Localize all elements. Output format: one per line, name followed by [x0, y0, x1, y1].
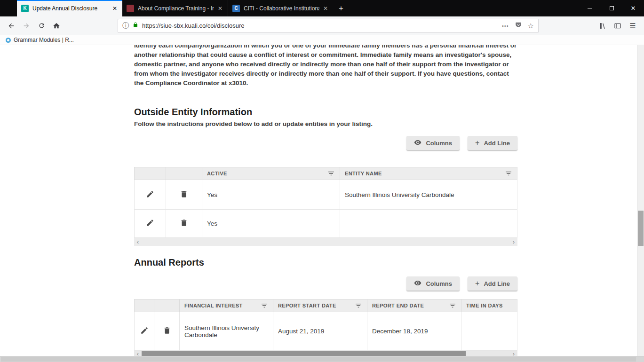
maximize-button[interactable] [601, 0, 622, 16]
filter-icon[interactable] [327, 170, 335, 177]
bookmark-star-icon[interactable]: ☆ [528, 22, 534, 30]
maximize-icon [610, 6, 614, 10]
header-report-end-date: REPORT END DATE [367, 299, 461, 312]
header-report-end-date-label: REPORT END DATE [372, 303, 424, 308]
minimize-icon [588, 8, 592, 8]
filter-icon[interactable] [449, 302, 456, 309]
add-line-button[interactable]: + Add Line [468, 136, 517, 150]
columns-button[interactable]: Columns [406, 136, 460, 150]
tab-strip: K Update Annual Disclosure ✕ About Compl… [17, 0, 349, 16]
columns-button[interactable]: Columns [406, 276, 460, 291]
scrollbar-track[interactable] [142, 238, 510, 246]
columns-button-label: Columns [426, 280, 452, 287]
page-actions-icon[interactable]: ••• [502, 23, 509, 29]
sidebar-toggle-icon[interactable] [610, 19, 625, 33]
cell-entity-name: Southern Illinois University Carbondale [340, 180, 517, 210]
add-line-button-label: Add Line [484, 280, 510, 287]
scroll-left-arrow[interactable]: ‹ [134, 350, 142, 356]
scrollbar-thumb[interactable] [142, 351, 466, 356]
menu-icon[interactable]: ☰ [625, 19, 640, 33]
add-line-button-label: Add Line [484, 140, 510, 147]
header-active-label: ACTIVE [207, 171, 227, 176]
outside-entity-toolbar: Columns + Add Line [134, 136, 517, 150]
cell-report-start-date: August 21, 2019 [273, 312, 367, 351]
edit-icon[interactable] [146, 190, 154, 198]
header-active: ACTIVE [202, 167, 340, 180]
window-vertical-scrollbar[interactable] [637, 45, 644, 356]
site-info-icon[interactable]: ⓘ [122, 22, 129, 30]
add-line-button[interactable]: + Add Line [468, 276, 517, 291]
tab-close-icon[interactable]: ✕ [111, 5, 118, 12]
delete-icon[interactable] [163, 326, 171, 335]
forward-arrow-icon [23, 22, 30, 30]
tab-citi[interactable]: C CITI - Collaborative Institutiona ✕ [228, 0, 333, 16]
scrollbar-track[interactable] [142, 351, 510, 356]
filter-icon[interactable] [355, 302, 362, 309]
edit-icon[interactable] [146, 219, 154, 227]
horizontal-scrollbar-thumb[interactable] [1, 357, 636, 362]
table-header-row: ACTIVE ENTITY NAME [135, 167, 517, 180]
delete-icon[interactable] [180, 190, 188, 198]
edit-icon[interactable] [140, 326, 149, 335]
delete-icon[interactable] [180, 219, 188, 227]
bookmark-favicon-icon [6, 38, 11, 43]
new-tab-button[interactable]: + [333, 0, 349, 16]
table-row: Yes Southern Illinois University Carbond… [135, 180, 517, 210]
cell-report-end-date: December 18, 2019 [367, 312, 461, 351]
reload-icon [38, 22, 45, 29]
library-icon[interactable] [595, 19, 610, 33]
eye-icon [414, 279, 421, 288]
pocket-icon[interactable] [515, 22, 522, 30]
eye-icon [414, 139, 421, 148]
scroll-right-arrow[interactable]: › [510, 350, 517, 356]
window-horizontal-scrollbar[interactable] [0, 356, 644, 362]
minimize-button[interactable] [579, 0, 601, 16]
citi-favicon: C [232, 5, 240, 12]
header-report-start-date: REPORT START DATE [273, 299, 367, 312]
home-button[interactable] [49, 19, 64, 33]
forward-button[interactable] [19, 19, 34, 33]
kuali-favicon: K [21, 5, 29, 12]
outside-entity-title: Outside Entity Information [134, 107, 517, 118]
tab-close-icon[interactable]: ✕ [322, 5, 329, 12]
tab-about-compliance-training[interactable]: About Compliance Training - In ✕ [122, 0, 228, 16]
lock-icon [133, 22, 138, 30]
address-bar[interactable]: ⓘ https://siue-sbx.kuali.co/coi/disclosu… [118, 19, 539, 33]
compliance-favicon [127, 5, 134, 12]
header-financial-interest-label: FINANCIAL INTEREST [184, 303, 243, 308]
annual-reports-toolbar: Columns + Add Line [134, 276, 517, 291]
reload-button[interactable] [34, 19, 49, 33]
tab-close-icon[interactable]: ✕ [217, 5, 223, 12]
tab-update-annual-disclosure[interactable]: K Update Annual Disclosure ✕ [17, 0, 122, 16]
navigation-toolbar: ⓘ https://siue-sbx.kuali.co/coi/disclosu… [0, 16, 644, 35]
window-titlebar: K Update Annual Disclosure ✕ About Compl… [0, 0, 644, 16]
browser-window: K Update Annual Disclosure ✕ About Compl… [0, 0, 644, 362]
url-text[interactable]: https://siue-sbx.kuali.co/coi/disclosure [142, 22, 498, 29]
close-button[interactable]: ✕ [622, 0, 644, 16]
filter-icon[interactable] [505, 170, 512, 177]
scroll-left-arrow[interactable]: ‹ [134, 238, 142, 246]
filter-icon[interactable] [261, 302, 268, 309]
plus-icon: + [475, 139, 479, 147]
annual-reports-table: FINANCIAL INTEREST REPORT START DATE [134, 299, 517, 351]
tab-title: CITI - Collaborative Institutiona [244, 5, 319, 12]
header-delete-column [154, 299, 180, 312]
window-controls: ✕ [579, 0, 644, 16]
cell-financial-interest: Southern Illinois University Carbondale [180, 312, 273, 351]
outside-entity-table: ACTIVE ENTITY NAME [134, 167, 517, 238]
cell-active: Yes [202, 180, 340, 210]
annual-reports-horizontal-scrollbar[interactable]: ‹ › [134, 351, 517, 356]
page-viewport: Identify each company/organization in wh… [0, 45, 637, 356]
table-row: Southern Illinois University Carbondale … [135, 312, 517, 351]
header-edit-column [135, 167, 166, 180]
header-edit-column [135, 299, 154, 312]
instructions-paragraph: Identify each company/organization in wh… [134, 45, 517, 88]
scroll-right-arrow[interactable]: › [510, 238, 517, 246]
vertical-scrollbar-thumb[interactable] [638, 211, 644, 246]
annual-reports-title: Annual Reports [134, 257, 517, 268]
outside-entity-horizontal-scrollbar[interactable]: ‹ › [134, 238, 517, 246]
header-entity-name: ENTITY NAME [340, 167, 517, 180]
bookmark-item[interactable]: Grammar Modules | R... [4, 37, 76, 43]
columns-button-label: Columns [426, 140, 452, 147]
back-button[interactable] [4, 19, 19, 33]
